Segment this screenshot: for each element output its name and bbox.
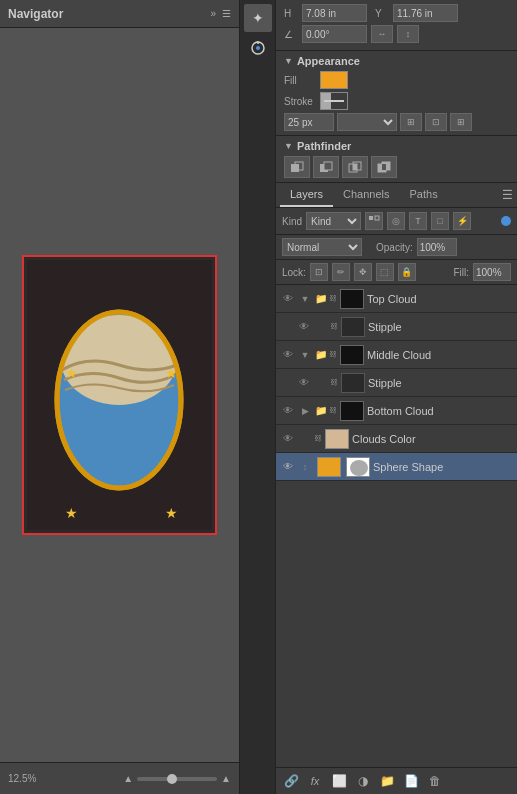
- layers-options-btn[interactable]: ☰: [502, 188, 513, 202]
- stroke-color-swatch[interactable]: [320, 92, 348, 110]
- visibility-sphere-shape[interactable]: 👁: [280, 459, 296, 475]
- layer-row-clouds-color[interactable]: 👁 ⛓ Clouds Color: [276, 425, 517, 453]
- delete-layer-btn[interactable]: 🗑: [426, 772, 444, 790]
- navigator-expand-icon[interactable]: »: [210, 8, 216, 19]
- appearance-title: Appearance: [297, 55, 360, 67]
- left-panel: Navigator » ☰ ★: [0, 0, 240, 794]
- hw-row: H Y: [284, 4, 509, 22]
- thumb-top-cloud: [340, 289, 364, 309]
- opacity-input[interactable]: [417, 238, 457, 256]
- align-icon-btn-3[interactable]: ⊞: [450, 113, 472, 131]
- pf-intersect-btn[interactable]: [342, 156, 368, 178]
- pathfinder-header[interactable]: ▼ Pathfinder: [284, 140, 509, 152]
- expand-middle-cloud[interactable]: ▼: [299, 349, 311, 361]
- navigator-footer: 12.5% ▲ ▲: [0, 762, 239, 794]
- svg-text:★: ★: [65, 527, 78, 530]
- h-input[interactable]: [302, 4, 367, 22]
- blend-mode-select[interactable]: Normal: [282, 238, 362, 256]
- navigator-header: Navigator » ☰: [0, 0, 239, 28]
- y-input[interactable]: [393, 4, 458, 22]
- fill-input[interactable]: [473, 263, 511, 281]
- visibility-top-cloud[interactable]: 👁: [280, 291, 296, 307]
- visibility-stipple-2[interactable]: 👁: [296, 375, 312, 391]
- layer-name-sphere-shape: Sphere Shape: [373, 461, 513, 473]
- lock-transparency-btn[interactable]: ⊡: [310, 263, 328, 281]
- chain-icon-bottom-cloud: ⛓: [329, 406, 337, 415]
- filter-pixel-btn[interactable]: [365, 212, 383, 230]
- adjustment-btn[interactable]: ◑: [354, 772, 372, 790]
- flip-v-btn[interactable]: ↕: [397, 25, 419, 43]
- layers-toolbar: Kind Kind ◎ T □ ⚡: [276, 208, 517, 235]
- lock-position-btn[interactable]: ✥: [354, 263, 372, 281]
- stroke-align-select[interactable]: [337, 113, 397, 131]
- folder-icon-bottom-cloud: 📁: [314, 404, 328, 418]
- visibility-bottom-cloud[interactable]: 👁: [280, 403, 296, 419]
- align-icon-btn-2[interactable]: ⊡: [425, 113, 447, 131]
- zoom-slider-container: ▲ ▲: [123, 773, 231, 784]
- zoom-slider[interactable]: [137, 777, 217, 781]
- zoom-decrease-btn[interactable]: ▲: [123, 773, 133, 784]
- lock-paint-btn[interactable]: ✏: [332, 263, 350, 281]
- expand-sphere-shape: ↕: [299, 461, 311, 473]
- folder-icon-top-cloud: 📁: [314, 292, 328, 306]
- filter-adjust-btn[interactable]: ◎: [387, 212, 405, 230]
- lock-artboard-btn[interactable]: ⬚: [376, 263, 394, 281]
- fill-color-swatch[interactable]: [320, 71, 348, 89]
- align-icon-btn-1[interactable]: ⊞: [400, 113, 422, 131]
- layer-row-middle-cloud[interactable]: 👁 ▼ 📁 ⛓ Middle Cloud: [276, 341, 517, 369]
- visibility-middle-cloud[interactable]: 👁: [280, 347, 296, 363]
- layer-row-stipple-1[interactable]: 👁 ⛓ Stipple: [276, 313, 517, 341]
- appearance-header[interactable]: ▼ Appearance: [284, 55, 509, 67]
- pf-exclude-btn[interactable]: [371, 156, 397, 178]
- layer-icons-clouds-color: ⛓: [314, 434, 322, 443]
- rotate-tool-btn[interactable]: [244, 34, 272, 62]
- pathfinder-section: ▼ Pathfinder: [276, 136, 517, 183]
- appearance-controls: ⊞ ⊡ ⊞: [284, 113, 509, 131]
- stroke-size-input[interactable]: [284, 113, 334, 131]
- compass-tool-btn[interactable]: ✦: [244, 4, 272, 32]
- visibility-stipple-1[interactable]: 👁: [296, 319, 312, 335]
- angle-icon: ∠: [284, 29, 298, 40]
- chain-icon-middle-cloud: ⛓: [329, 350, 337, 359]
- link-layers-btn[interactable]: 🔗: [282, 772, 300, 790]
- navigator-title: Navigator: [8, 7, 63, 21]
- new-group-btn[interactable]: 📁: [378, 772, 396, 790]
- lock-all-btn[interactable]: 🔒: [398, 263, 416, 281]
- lock-label: Lock:: [282, 267, 306, 278]
- zoom-increase-btn[interactable]: ▲: [221, 773, 231, 784]
- layer-icons-top-cloud: 📁 ⛓: [314, 292, 337, 306]
- layer-name-top-cloud: Top Cloud: [367, 293, 513, 305]
- angle-input[interactable]: [302, 25, 367, 43]
- layer-icons-bottom-cloud: 📁 ⛓: [314, 404, 337, 418]
- add-mask-btn[interactable]: ⬜: [330, 772, 348, 790]
- pathfinder-arrow: ▼: [284, 141, 293, 151]
- thumb-stipple-2: [341, 373, 365, 393]
- filter-smart-btn[interactable]: ⚡: [453, 212, 471, 230]
- flip-h-btn[interactable]: ↔: [371, 25, 393, 43]
- tab-channels[interactable]: Channels: [333, 183, 399, 207]
- layer-row-top-cloud[interactable]: 👁 ▼ 📁 ⛓ Top Cloud: [276, 285, 517, 313]
- expand-top-cloud[interactable]: ▼: [299, 293, 311, 305]
- navigator-menu-icon[interactable]: ☰: [222, 8, 231, 19]
- new-layer-btn[interactable]: 📄: [402, 772, 420, 790]
- middle-toolbar: ✦: [240, 0, 276, 794]
- tab-layers[interactable]: Layers: [280, 183, 333, 207]
- layer-row-sphere-shape[interactable]: 👁 ↕ Sphere Shape: [276, 453, 517, 481]
- pf-subtract-btn[interactable]: [313, 156, 339, 178]
- tab-paths[interactable]: Paths: [400, 183, 448, 207]
- kind-label: Kind: [282, 216, 302, 227]
- layers-bottom-toolbar: 🔗 fx ⬜ ◑ 📁 📄 🗑: [276, 767, 517, 794]
- kind-select[interactable]: Kind: [306, 212, 361, 230]
- layers-list: 👁 ▼ 📁 ⛓ Top Cloud 👁 ⛓ Stipple: [276, 285, 517, 767]
- filter-type-btn[interactable]: T: [409, 212, 427, 230]
- artwork-preview: ★ ★ ★ ★ ★ ★: [27, 260, 212, 530]
- expand-bottom-cloud[interactable]: ▶: [299, 405, 311, 417]
- layer-row-bottom-cloud[interactable]: 👁 ▶ 📁 ⛓ Bottom Cloud: [276, 397, 517, 425]
- filter-shape-btn[interactable]: □: [431, 212, 449, 230]
- fx-btn[interactable]: fx: [306, 772, 324, 790]
- layers-section: Layers Channels Paths ☰ Kind Kind ◎ T □ …: [276, 183, 517, 794]
- layer-row-stipple-2[interactable]: 👁 ⛓ Stipple: [276, 369, 517, 397]
- visibility-clouds-color[interactable]: 👁: [280, 431, 296, 447]
- pf-unite-btn[interactable]: [284, 156, 310, 178]
- appearance-section: ▼ Appearance Fill Stroke ⊞ ⊡ ⊞: [276, 51, 517, 136]
